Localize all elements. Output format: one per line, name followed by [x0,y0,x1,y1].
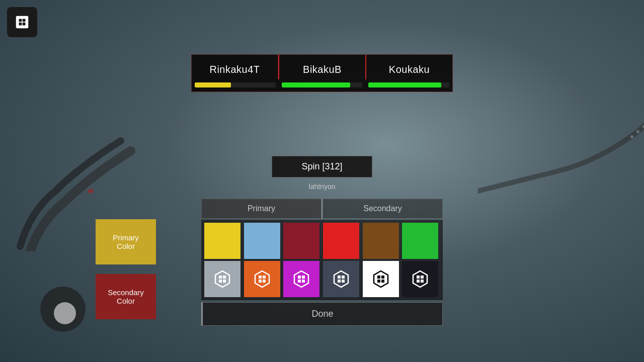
svg-rect-4 [16,16,28,28]
scoreboard: Rinkaku4TBikakuBKoukaku [191,54,453,92]
roblox-swatch-icon [253,270,271,288]
svg-rect-20 [298,276,301,279]
svg-marker-14 [255,271,269,287]
svg-point-3 [630,135,633,138]
svg-rect-28 [342,280,345,283]
svg-point-2 [636,130,639,133]
tab-primary[interactable]: Primary [201,199,321,219]
svg-rect-21 [302,276,305,279]
color-swatch-black-icon[interactable] [402,261,438,297]
svg-rect-10 [219,276,222,279]
player-list: Rinkaku4TBikakuBKoukaku [192,55,452,79]
svg-rect-27 [338,280,341,283]
color-swatch-green[interactable] [402,223,438,259]
svg-rect-25 [338,276,341,279]
decor-right-tentacle [478,101,644,226]
player-cell-2: Koukaku [366,55,452,79]
done-button[interactable]: Done [201,302,443,326]
roblox-swatch-icon [292,270,310,288]
svg-rect-35 [417,276,420,279]
svg-rect-12 [219,280,222,283]
svg-rect-23 [302,280,305,283]
svg-rect-37 [417,280,420,283]
player-name-2: Koukaku [389,64,430,75]
svg-rect-30 [377,276,380,279]
svg-rect-36 [421,276,424,279]
svg-marker-19 [294,271,308,287]
roblox-swatch-icon [411,270,429,288]
color-swatch-grid [201,220,443,300]
svg-rect-18 [263,280,266,283]
health-bar-2 [365,79,452,92]
color-swatch-red[interactable] [323,223,359,259]
spin-button[interactable]: Spin [312] [272,156,372,177]
done-button-label: Done [311,309,333,319]
svg-rect-15 [259,276,262,279]
roblox-swatch-icon [213,270,231,288]
username-display: lahtriyon [309,183,336,191]
roblox-logo [7,7,37,37]
svg-rect-38 [421,280,424,283]
spin-button-label: Spin [312] [301,161,342,171]
color-swatch-white-icon[interactable] [363,261,399,297]
svg-rect-13 [223,280,226,283]
color-swatch-purple-icon[interactable] [283,261,319,297]
svg-rect-7 [19,23,22,26]
svg-point-0 [88,189,94,193]
player-cell-1: BikakuB [278,55,366,79]
secondary-color-button[interactable]: SecondaryColor [96,274,156,319]
svg-rect-22 [298,280,301,283]
player-cell-0: Rinkaku4T [192,55,278,79]
color-swatch-dark-red[interactable] [283,223,319,259]
secondary-color-label: SecondaryColor [108,288,144,305]
primary-color-label: PrimaryColor [113,233,139,250]
svg-rect-11 [223,276,226,279]
health-bar-0 [192,79,279,92]
color-panel: Primary Secondary Done [201,199,443,326]
roblox-swatch-icon [372,270,390,288]
svg-rect-5 [19,19,22,22]
color-swatch-blue[interactable] [244,223,280,259]
health-bar-1 [279,79,366,92]
color-swatch-brown[interactable] [363,223,399,259]
svg-rect-31 [381,276,384,279]
svg-marker-9 [215,271,229,287]
svg-rect-32 [377,280,380,283]
svg-rect-6 [23,19,26,22]
tab-secondary[interactable]: Secondary [323,199,443,219]
color-swatch-grey-icon[interactable] [204,261,240,297]
svg-marker-24 [334,271,348,287]
color-swatch-yellow[interactable] [204,223,240,259]
color-swatch-orange-icon[interactable] [244,261,280,297]
svg-marker-34 [413,271,427,287]
player-name-0: Rinkaku4T [209,64,260,75]
player-name-1: BikakuB [303,64,342,75]
joystick-outer[interactable] [40,287,86,332]
color-tab-row: Primary Secondary [201,199,443,219]
svg-rect-16 [263,276,266,279]
primary-color-button[interactable]: PrimaryColor [96,219,156,264]
svg-rect-26 [342,276,345,279]
svg-marker-29 [374,271,388,287]
svg-rect-33 [381,280,384,283]
tab-primary-label: Primary [248,204,275,213]
color-swatch-dark-icon[interactable] [323,261,359,297]
tab-secondary-label: Secondary [363,204,402,213]
svg-rect-8 [23,23,26,26]
health-bar-row [192,79,452,92]
svg-rect-17 [259,280,262,283]
roblox-swatch-icon [332,270,350,288]
roblox-icon [13,13,31,31]
joystick-inner [54,302,76,324]
